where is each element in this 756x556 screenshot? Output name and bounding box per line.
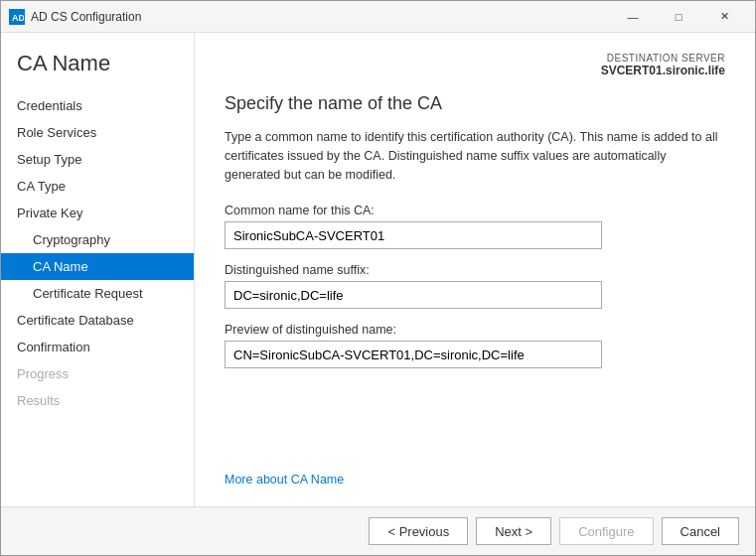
distinguished-suffix-input[interactable] [225, 281, 602, 309]
sidebar-item-results: Results [1, 387, 194, 414]
sidebar-item-confirmation[interactable]: Confirmation [1, 334, 194, 360]
more-about-ca-name-link[interactable]: More about CA Name [225, 473, 725, 486]
sidebar-item-credentials[interactable]: Credentials [1, 92, 194, 119]
distinguished-suffix-group: Distinguished name suffix: [225, 263, 725, 309]
maximize-button[interactable]: □ [656, 1, 701, 33]
sidebar-item-setup-type[interactable]: Setup Type [1, 146, 194, 173]
destination-label: DESTINATION SERVER [225, 53, 725, 64]
distinguished-suffix-label: Distinguished name suffix: [225, 263, 725, 277]
sidebar-item-ca-type[interactable]: CA Type [1, 173, 194, 200]
sidebar-item-role-services[interactable]: Role Services [1, 119, 194, 146]
sidebar-item-progress: Progress [1, 360, 194, 387]
sidebar-item-ca-name[interactable]: CA Name [1, 253, 194, 280]
destination-value: SVCERT01.sironic.life [601, 64, 725, 77]
main-window: AD AD CS Configuration — □ ✕ CA Name Cre… [0, 0, 756, 556]
content-description: Type a common name to identify this cert… [225, 128, 725, 184]
cancel-button[interactable]: Cancel [662, 517, 739, 545]
sidebar-item-cryptography[interactable]: Cryptography [1, 226, 194, 253]
configure-button: Configure [559, 517, 653, 545]
common-name-label: Common name for this CA: [225, 204, 725, 217]
close-button[interactable]: ✕ [701, 1, 747, 33]
footer: < Previous Next > Configure Cancel [1, 506, 755, 555]
sidebar-page-heading: CA Name [1, 43, 194, 92]
preview-input[interactable] [225, 341, 602, 368]
content-title: Specify the name of the CA [225, 93, 725, 114]
title-bar: AD AD CS Configuration — □ ✕ [1, 1, 755, 33]
window-controls: — □ ✕ [610, 1, 747, 33]
window-title: AD CS Configuration [31, 10, 141, 24]
content-area: DESTINATION SERVER SVCERT01.sironic.life… [195, 33, 755, 506]
common-name-group: Common name for this CA: [225, 204, 725, 249]
previous-button[interactable]: < Previous [369, 517, 468, 545]
common-name-input[interactable] [225, 221, 602, 249]
main-content: CA Name Credentials Role Services Setup … [1, 33, 755, 506]
title-bar-left: AD AD CS Configuration [9, 9, 141, 25]
next-button[interactable]: Next > [476, 517, 551, 545]
preview-group: Preview of distinguished name: [225, 323, 725, 368]
sidebar-item-certificate-database[interactable]: Certificate Database [1, 307, 194, 334]
app-icon: AD [9, 9, 25, 25]
sidebar-item-private-key[interactable]: Private Key [1, 200, 194, 226]
preview-label: Preview of distinguished name: [225, 323, 725, 337]
minimize-button[interactable]: — [610, 1, 656, 33]
content-body: Specify the name of the CA Type a common… [225, 93, 725, 486]
sidebar: CA Name Credentials Role Services Setup … [1, 33, 195, 506]
svg-text:AD: AD [12, 13, 24, 23]
destination-server-info: DESTINATION SERVER SVCERT01.sironic.life [225, 53, 725, 77]
sidebar-item-certificate-request[interactable]: Certificate Request [1, 280, 194, 307]
